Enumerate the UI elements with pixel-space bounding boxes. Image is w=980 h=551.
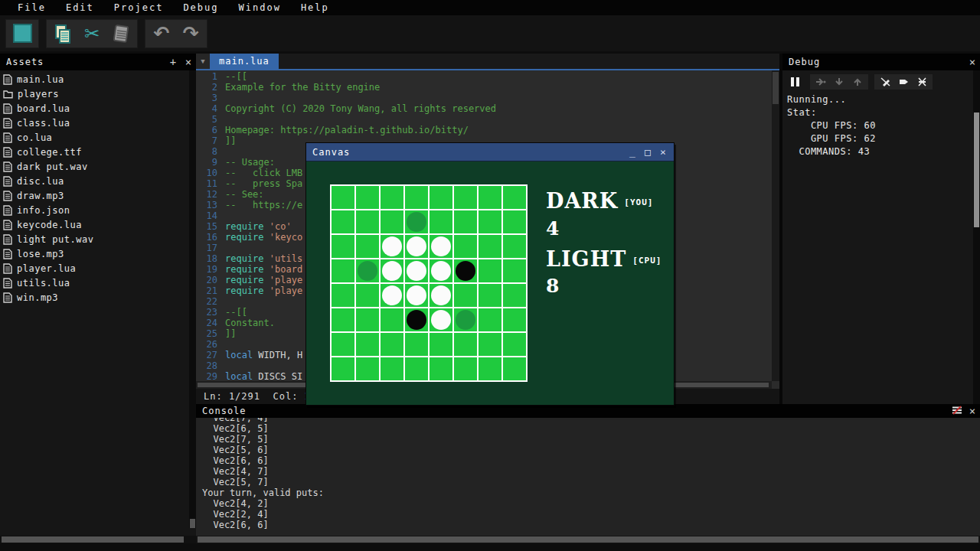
step-into-button[interactable]	[830, 74, 848, 90]
folder-icon	[3, 89, 13, 99]
file-icon	[3, 176, 12, 187]
assets-panel: Assets + × main.luaplayersboard.luaclass…	[0, 54, 196, 543]
run-button[interactable]	[8, 21, 37, 47]
line-number: 13	[196, 200, 217, 210]
assets-header: Assets + ×	[0, 54, 196, 70]
menu-item-window[interactable]: Window	[229, 1, 291, 15]
line-number: 26	[196, 339, 217, 350]
game-canvas[interactable]: DARK[YOU] 4 LIGHT[CPU] 8	[306, 162, 674, 405]
tab-list-dropdown[interactable]: ▼	[196, 54, 210, 69]
asset-label: college.ttf	[17, 147, 82, 158]
maximize-button[interactable]: □	[640, 146, 655, 158]
asset-item-co-lua[interactable]: co.lua	[0, 130, 188, 145]
asset-item-class-lua[interactable]: class.lua	[0, 116, 188, 130]
asset-item-info-json[interactable]: info.json	[0, 203, 188, 217]
asset-item-main-lua[interactable]: main.lua	[0, 72, 188, 86]
close-window-button[interactable]: ×	[655, 146, 671, 158]
menu-item-help[interactable]: Help	[291, 1, 339, 15]
tag-icon	[899, 77, 909, 86]
clear-console-button[interactable]	[949, 403, 965, 419]
line-number: 4	[196, 103, 217, 114]
asset-item-light-put-wav[interactable]: light put.wav	[0, 232, 188, 246]
close-assets-button[interactable]: ×	[181, 54, 196, 70]
asset-item-win-mp3[interactable]: win.mp3	[0, 290, 188, 305]
assets-vertical-scrollbar-thumb[interactable]	[190, 519, 195, 528]
console-line: Vec2[7, 4]	[202, 418, 980, 423]
pause-icon	[791, 77, 799, 86]
asset-label: board.lua	[17, 103, 70, 114]
asset-item-players[interactable]: players	[0, 86, 188, 101]
undo-button[interactable]: ↶	[147, 21, 176, 47]
reversi-board[interactable]	[330, 184, 528, 382]
file-icon	[3, 234, 12, 245]
editor-tab-bar: ▼ main.lua	[196, 54, 779, 69]
menu-item-edit[interactable]: Edit	[56, 1, 104, 15]
clear-breakpoints-button[interactable]	[913, 74, 931, 90]
asset-item-keycode-lua[interactable]: keycode.lua	[0, 217, 188, 232]
toggle-breakpoint-button[interactable]	[876, 74, 894, 90]
pause-button[interactable]	[786, 74, 804, 90]
asset-item-draw-mp3[interactable]: draw.mp3	[0, 188, 188, 203]
line-number: 10	[196, 168, 217, 178]
asset-item-lose-mp3[interactable]: lose.mp3	[0, 246, 188, 261]
minimize-button[interactable]: _	[625, 146, 640, 158]
valid-move-hint	[358, 261, 377, 281]
assets-vertical-scrollbar[interactable]	[189, 70, 196, 528]
editor-vertical-scrollbar[interactable]	[772, 70, 779, 381]
redo-icon: ↷	[183, 24, 199, 43]
close-console-button[interactable]: ×	[965, 403, 980, 419]
assets-horizontal-scrollbar-thumb[interactable]	[2, 536, 184, 543]
console-horizontal-scrollbar[interactable]	[196, 536, 980, 543]
console-output[interactable]: Vec2[7, 4] Vec2[6, 5] Vec2[7, 5] Vec2[5,…	[196, 418, 980, 536]
paste-button[interactable]	[106, 21, 136, 47]
debug-stat-line: Stat:	[787, 106, 971, 119]
asset-label: player.lua	[17, 263, 76, 274]
app-window: FileEditProjectDebugWindowHelp ✂↶↷ Asset…	[0, 0, 980, 551]
valid-move-hint	[407, 212, 426, 232]
asset-label: class.lua	[17, 118, 70, 129]
black-disc	[456, 261, 475, 281]
canvas-titlebar[interactable]: Canvas _ □ ×	[306, 143, 674, 161]
menu-item-file[interactable]: File	[8, 1, 56, 15]
debug-vertical-scrollbar[interactable]	[973, 70, 980, 404]
asset-label: lose.mp3	[17, 249, 64, 259]
console-horizontal-scrollbar-thumb[interactable]	[198, 536, 978, 543]
asset-list: main.luaplayersboard.luaclass.luaco.luac…	[0, 72, 188, 534]
asset-item-utils-lua[interactable]: utils.lua	[0, 276, 188, 290]
close-debug-button[interactable]: ×	[965, 54, 980, 70]
assets-horizontal-scrollbar[interactable]	[0, 536, 196, 543]
add-asset-button[interactable]: +	[165, 54, 181, 70]
dark-score-row: DARK[YOU]	[546, 191, 653, 211]
step-out-button[interactable]	[848, 74, 867, 90]
debug-stat-line: GPU FPS: 62	[787, 132, 971, 145]
asset-item-player-lua[interactable]: player.lua	[0, 261, 188, 276]
menu-item-project[interactable]: Project	[104, 1, 174, 15]
menu-item-debug[interactable]: Debug	[173, 1, 228, 15]
console-line: Vec2[5, 6]	[202, 445, 980, 455]
asset-item-college-ttf[interactable]: college.ttf	[0, 145, 188, 159]
run-icon	[13, 24, 32, 43]
asset-item-dark-put-wav[interactable]: dark put.wav	[0, 159, 188, 174]
line-number: 9	[196, 157, 217, 168]
asset-item-disc-lua[interactable]: disc.lua	[0, 174, 188, 188]
editor-vertical-scrollbar-thumb[interactable]	[773, 72, 779, 104]
white-disc	[382, 285, 402, 305]
cut-button[interactable]: ✂	[77, 21, 106, 47]
redo-button[interactable]: ↷	[176, 21, 205, 47]
enable-breakpoints-button[interactable]	[894, 74, 913, 90]
code-line-6: 6Homepage: https://paladin-t.github.io/b…	[196, 125, 772, 135]
line-number: 3	[196, 93, 217, 103]
copy-button[interactable]	[48, 21, 77, 47]
asset-item-board-lua[interactable]: board.lua	[0, 101, 188, 116]
debug-vertical-scrollbar-thumb[interactable]	[974, 112, 979, 227]
asset-label: win.mp3	[17, 292, 58, 303]
dark-label: DARK	[546, 191, 618, 211]
undo-icon: ↶	[154, 24, 170, 43]
white-disc	[382, 261, 402, 281]
light-score-value: 8	[546, 276, 559, 295]
pencil-slash-icon	[880, 77, 890, 86]
step-into-icon	[835, 77, 844, 86]
step-over-button[interactable]	[812, 74, 830, 90]
white-disc	[431, 261, 451, 281]
tab-main-lua[interactable]: main.lua	[210, 54, 279, 69]
